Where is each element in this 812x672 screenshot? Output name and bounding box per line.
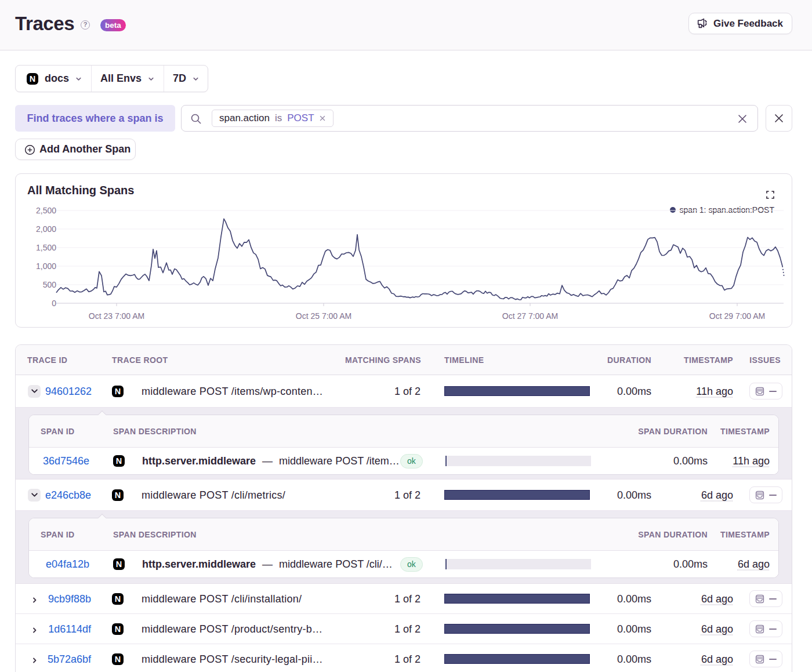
svg-text:Oct 23 7:00 AM: Oct 23 7:00 AM <box>89 311 145 321</box>
svg-text:2,000: 2,000 <box>36 224 56 234</box>
svg-text:0: 0 <box>52 299 56 308</box>
svg-text:1,000: 1,000 <box>36 261 56 271</box>
svg-text:Oct 29 7:00 AM: Oct 29 7:00 AM <box>709 311 766 321</box>
svg-text:500: 500 <box>43 280 57 289</box>
svg-text:1,500: 1,500 <box>36 243 56 252</box>
svg-text:2,500: 2,500 <box>36 206 56 215</box>
svg-text:Oct 25 7:00 AM: Oct 25 7:00 AM <box>296 311 352 321</box>
svg-text:Oct 27 7:00 AM: Oct 27 7:00 AM <box>502 311 559 321</box>
